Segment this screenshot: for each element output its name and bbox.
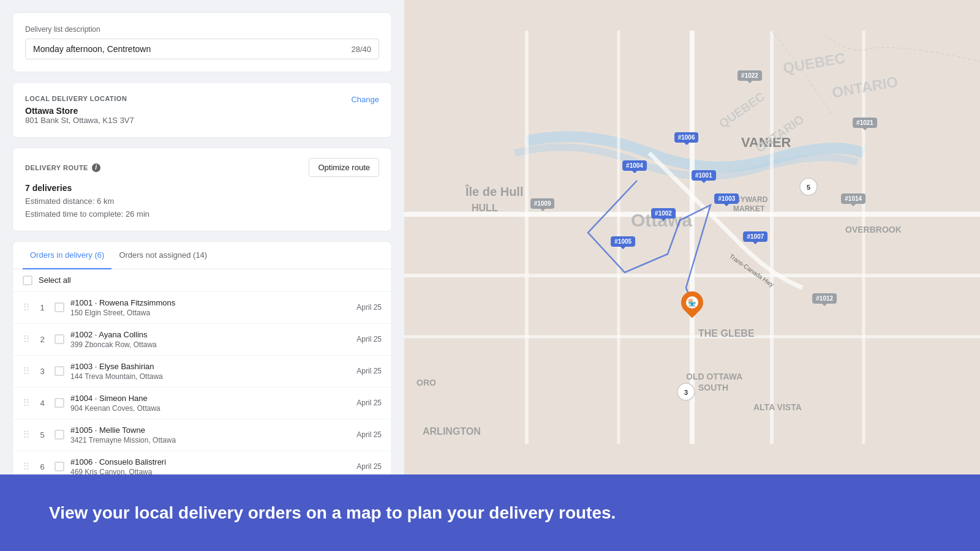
delivery-description-input[interactable]: Monday afternoon, Centretown 28/40 (25, 39, 379, 59)
order-details: #1003 · Elyse Bashirian 144 Treva Mounta… (70, 362, 350, 381)
estimated-distance: Estimated distance: 6 km (25, 195, 379, 208)
order-name: #1001 · Rowena Fitzsimmons (70, 298, 350, 307)
location-section: LOCAL DELIVERY LOCATION Ottawa Store 801… (25, 95, 379, 125)
svg-text:MARKET: MARKET (733, 204, 765, 213)
order-row[interactable]: ⠿ 3 #1003 · Elyse Bashirian 144 Treva Mo… (13, 356, 391, 388)
order-address: 150 Elgin Street, Ottawa (70, 309, 350, 317)
order-checkbox[interactable] (55, 334, 64, 344)
deliveries-count: 7 deliveries (25, 183, 379, 193)
route-label: DELIVERY ROUTE i (25, 163, 100, 172)
order-checkbox[interactable] (55, 366, 64, 376)
order-name: #1005 · Mellie Towne (70, 425, 350, 435)
svg-text:OVERBROOK: OVERBROOK (845, 225, 902, 234)
map-area: Trans-Canada Hwy Île de Hull HULL VANIER… (404, 0, 980, 474)
order-checkbox[interactable] (55, 462, 64, 471)
orders-list: Select all ⠿ 1 #1001 · Rowena Fitzsimmon… (12, 269, 392, 474)
order-name: #1006 · Consuelo Balistreri (70, 457, 350, 467)
svg-text:ARLINGTON: ARLINGTON (423, 426, 481, 437)
banner-text: View your local delivery orders on a map… (49, 503, 616, 523)
order-number: 6 (36, 462, 48, 471)
route-card: DELIVERY ROUTE i Optimize route 7 delive… (12, 148, 392, 231)
svg-text:ORO: ORO (417, 378, 436, 388)
order-name: #1004 · Simeon Hane (70, 394, 350, 403)
route-info-icon[interactable]: i (92, 163, 100, 172)
order-checkbox[interactable] (55, 302, 64, 312)
order-date: April 25 (356, 367, 382, 375)
content-area: Delivery list description Monday afterno… (0, 0, 980, 474)
tabs-container: Orders in delivery (6) Orders not assign… (12, 241, 392, 269)
delivery-description-card: Delivery list description Monday afterno… (12, 12, 392, 72)
optimize-route-button[interactable]: Optimize route (309, 158, 379, 177)
svg-text:BYWARD: BYWARD (735, 195, 768, 204)
svg-text:SOUTH: SOUTH (698, 383, 728, 392)
store-address: 801 Bank St, Ottawa, K1S 3V7 (25, 116, 134, 125)
order-address: 144 Treva Mountain, Ottawa (70, 372, 350, 381)
route-stats: Estimated distance: 6 km Estimated time … (25, 195, 379, 221)
location-label: LOCAL DELIVERY LOCATION (25, 95, 134, 102)
svg-text:OLD OTTAWA: OLD OTTAWA (686, 372, 742, 381)
svg-text:3: 3 (684, 389, 688, 396)
order-number: 4 (36, 399, 48, 408)
order-details: #1006 · Consuelo Balistreri 469 Kris Can… (70, 457, 350, 474)
order-details: #1001 · Rowena Fitzsimmons 150 Elgin Str… (70, 298, 350, 317)
route-header: DELIVERY ROUTE i Optimize route (25, 158, 379, 177)
order-details: #1002 · Ayana Collins 399 Zboncak Row, O… (70, 330, 350, 349)
order-row[interactable]: ⠿ 1 #1001 · Rowena Fitzsimmons 150 Elgin… (13, 292, 391, 324)
drag-handle[interactable]: ⠿ (23, 365, 30, 377)
order-checkbox[interactable] (55, 430, 64, 440)
delivery-description-value: Monday afternoon, Centretown (33, 44, 151, 54)
order-row[interactable]: ⠿ 5 #1005 · Mellie Towne 3421 Tremayne M… (13, 419, 391, 451)
select-all-checkbox[interactable] (23, 276, 32, 285)
delivery-description-count: 28/40 (351, 45, 371, 54)
order-date: April 25 (356, 430, 382, 439)
order-date: April 25 (356, 303, 382, 312)
order-date: April 25 (356, 399, 382, 407)
order-number: 5 (36, 430, 48, 440)
order-details: #1005 · Mellie Towne 3421 Tremayne Missi… (70, 425, 350, 444)
order-date: April 25 (356, 335, 382, 343)
location-card: LOCAL DELIVERY LOCATION Ottawa Store 801… (12, 82, 392, 138)
svg-text:Île de Hull: Île de Hull (465, 184, 523, 198)
svg-text:HULL: HULL (472, 203, 498, 213)
order-number: 2 (36, 335, 48, 344)
svg-text:5: 5 (807, 184, 810, 191)
order-row[interactable]: ⠿ 6 #1006 · Consuelo Balistreri 469 Kris… (13, 451, 391, 474)
drag-handle[interactable]: ⠿ (23, 302, 30, 313)
select-all-label: Select all (39, 276, 71, 285)
drag-handle[interactable]: ⠿ (23, 461, 30, 473)
order-name: #1003 · Elyse Bashirian (70, 362, 350, 371)
left-panel: Delivery list description Monday afterno… (0, 0, 404, 474)
drag-handle[interactable]: ⠿ (23, 334, 30, 345)
svg-text:THE GLEBE: THE GLEBE (698, 328, 755, 339)
tab-orders-in-delivery[interactable]: Orders in delivery (6) (23, 242, 111, 269)
order-row[interactable]: ⠿ 4 #1004 · Simeon Hane 904 Keenan Coves… (13, 388, 391, 419)
order-address: 469 Kris Canyon, Ottawa (70, 468, 350, 474)
drag-handle[interactable]: ⠿ (23, 397, 30, 409)
svg-text:ALTA VISTA: ALTA VISTA (753, 402, 802, 412)
order-row[interactable]: ⠿ 2 #1002 · Ayana Collins 399 Zboncak Ro… (13, 324, 391, 356)
order-details: #1004 · Simeon Hane 904 Keenan Coves, Ot… (70, 394, 350, 413)
main-container: Delivery list description Monday afterno… (0, 0, 980, 551)
order-checkbox[interactable] (55, 398, 64, 408)
location-info: LOCAL DELIVERY LOCATION Ottawa Store 801… (25, 95, 134, 125)
change-location-link[interactable]: Change (351, 95, 379, 104)
store-name: Ottawa Store (25, 106, 134, 116)
svg-text:Ottawa: Ottawa (631, 210, 692, 230)
order-name: #1002 · Ayana Collins (70, 330, 350, 339)
order-number: 3 (36, 367, 48, 376)
delivery-description-label: Delivery list description (25, 25, 379, 34)
order-date: April 25 (356, 462, 382, 471)
drag-handle[interactable]: ⠿ (23, 429, 30, 441)
tabs-header: Orders in delivery (6) Orders not assign… (13, 242, 391, 269)
map-svg: Trans-Canada Hwy Île de Hull HULL VANIER… (404, 0, 980, 474)
order-address: 399 Zboncak Row, Ottawa (70, 340, 350, 349)
order-number: 1 (36, 303, 48, 312)
estimated-time: Estimated time to complete: 26 min (25, 208, 379, 221)
tab-orders-not-assigned[interactable]: Orders not assigned (14) (111, 242, 214, 269)
order-address: 3421 Tremayne Mission, Ottawa (70, 436, 350, 444)
select-all-row: Select all (13, 269, 391, 292)
order-address: 904 Keenan Coves, Ottawa (70, 404, 350, 413)
bottom-banner: View your local delivery orders on a map… (0, 474, 980, 551)
